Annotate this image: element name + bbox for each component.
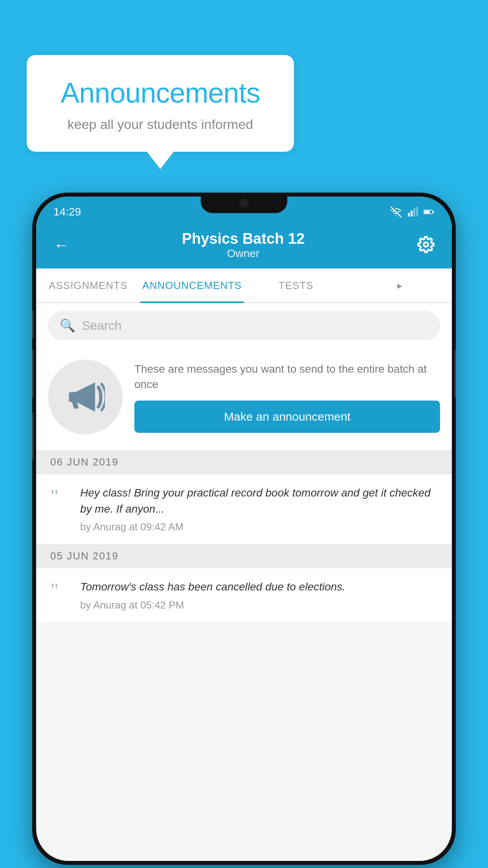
settings-button[interactable] [417,236,435,255]
tab-more[interactable]: ▸ [348,268,452,302]
svg-rect-3 [416,207,418,217]
signal-icon [407,206,418,217]
tab-announcements[interactable]: ANNOUNCEMENTS [140,268,244,302]
tabs-bar: ASSIGNMENTS ANNOUNCEMENTS TESTS ▸ [36,268,452,303]
announcement-icon-circle [48,360,123,434]
announcement-meta-1: by Anurag at 09:42 AM [80,521,438,533]
silent-button [32,311,34,338]
announcement-text-2: Tomorrow's class has been cancelled due … [80,579,438,595]
announcement-text-wrap-2: Tomorrow's class has been cancelled due … [80,579,438,611]
make-announcement-button[interactable]: Make an announcement [134,401,440,433]
batch-title: Physics Batch 12 [69,230,417,247]
volume-down-button [32,413,34,460]
quote-icon-1: " [50,487,69,507]
tab-tests[interactable]: TESTS [244,268,348,302]
speech-bubble-container: Announcements keep all your students inf… [27,55,294,152]
front-camera [239,198,249,208]
svg-point-7 [424,242,428,246]
announcement-text-1: Hey class! Bring your practical record b… [80,485,438,517]
megaphone-icon [66,377,105,417]
quote-icon-2: " [50,581,69,601]
date-header-2: 05 JUN 2019 [36,544,452,568]
battery-icon [424,206,435,217]
power-button [454,350,456,397]
status-icons [391,206,435,217]
svg-rect-6 [424,211,430,213]
announcement-item-2[interactable]: " Tomorrow's class has been cancelled du… [36,568,452,623]
owner-label: Owner [69,247,417,260]
announcement-text-wrap-1: Hey class! Bring your practical record b… [80,485,438,533]
cta-right: These are messages you want to send to t… [134,361,440,433]
volume-up-button [32,350,34,397]
phone-frame: 14:29 [32,193,456,865]
cta-section: These are messages you want to send to t… [36,348,452,451]
speech-bubble: Announcements keep all your students inf… [27,55,294,152]
tab-assignments[interactable]: ASSIGNMENTS [36,268,140,302]
phone-screen: 14:29 [36,197,452,861]
svg-rect-1 [411,211,413,217]
wifi-icon [391,206,402,217]
svg-rect-0 [408,213,410,216]
status-time: 14:29 [53,206,81,218]
back-button[interactable]: ← [53,236,69,254]
svg-rect-5 [433,211,434,213]
search-placeholder: Search [82,318,121,333]
speech-bubble-title: Announcements [50,77,270,109]
announcement-meta-2: by Anurag at 05:42 PM [80,599,438,611]
search-bar[interactable]: 🔍 Search [48,311,440,340]
phone-notch [201,193,287,213]
app-header: ← Physics Batch 12 Owner [36,223,452,268]
announcement-item-1[interactable]: " Hey class! Bring your practical record… [36,474,452,544]
date-header-1: 06 JUN 2019 [36,451,452,474]
svg-rect-2 [413,208,415,217]
phone-mockup: 14:29 [32,193,456,865]
cta-description: These are messages you want to send to t… [134,361,440,392]
speech-bubble-subtitle: keep all your students informed [50,117,270,132]
header-title-group: Physics Batch 12 Owner [69,230,417,260]
gear-icon [417,236,435,253]
search-icon: 🔍 [60,318,75,333]
content-area: 🔍 Search These are messages you [36,303,452,623]
